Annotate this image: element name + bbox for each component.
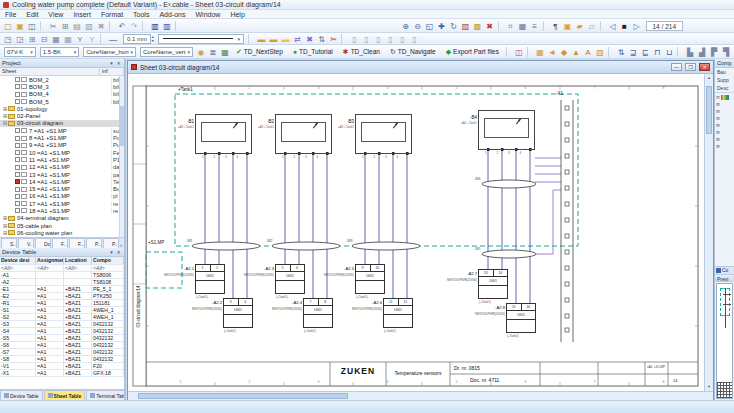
tree-checkbox[interactable] (15, 84, 20, 89)
preview-thumbnail[interactable] (716, 283, 733, 400)
open-icon[interactable]: ▣ (14, 20, 26, 31)
net-move-icon[interactable]: ⇅ (315, 33, 327, 44)
tree-checkbox[interactable] (15, 201, 20, 206)
td-button[interactable]: ●TD_Tutorial (288, 46, 338, 58)
sheet1-icon[interactable]: ▯ (348, 33, 360, 44)
table-tab[interactable]: Sheet Table (44, 390, 86, 400)
wire-type-select[interactable]: 1.5-BK (40, 47, 79, 57)
menu-item[interactable]: Insert (68, 11, 96, 18)
panel-tab[interactable]: P... (103, 238, 119, 248)
connector-symbol[interactable]: -A2.8 NEST03-PWR(24V00) 1516 LV01 (+Tank… (506, 303, 536, 333)
canvas-horizontal-scrollbar[interactable] (128, 391, 713, 400)
restore-button[interactable]: ❐ (685, 63, 696, 71)
tree-col-sheet[interactable]: Sheet (0, 68, 100, 75)
pen-gray-icon[interactable]: ▱ (586, 20, 598, 31)
table-tab[interactable]: Terminal Table (86, 390, 124, 400)
tree-item[interactable]: BOM_3 bill (0, 83, 124, 90)
tree-checkbox[interactable] (15, 136, 20, 141)
tree-item[interactable]: 15 =A1 +S1.MP Bu (0, 185, 124, 192)
stop-icon[interactable]: ■ (619, 20, 631, 31)
table-row[interactable]: -S6 =A1 +BAZ1 0432132 (0, 342, 124, 349)
blue2-icon[interactable]: ⊒ (627, 46, 639, 57)
tree-item[interactable]: ⊞ 05-cable plan (0, 222, 124, 229)
close-button[interactable]: ✕ (699, 63, 710, 71)
panel-pin-icon[interactable]: ▾ (108, 60, 115, 66)
tree-checkbox[interactable] (15, 179, 20, 184)
line-width-control[interactable]: 0.1 mm ▲▼ (121, 34, 154, 44)
tree-item[interactable]: 13 =A1 +S1.MP pa (0, 171, 124, 178)
paste-icon[interactable]: ▤ (71, 20, 83, 31)
tree-item[interactable]: ⊞ 02-Panel (0, 112, 124, 119)
next-sheet-icon[interactable]: ▷ (631, 20, 643, 31)
refresh-icon[interactable]: ↻ (448, 20, 460, 31)
prev-sheet-icon[interactable]: ◁ (607, 20, 619, 31)
td-button[interactable]: ✱TD_Clean (338, 46, 385, 58)
device-symbol[interactable]: -B4 =A1 +Tank1 1 2 3 4 (478, 110, 535, 150)
pen-orange-icon[interactable]: ▰ (574, 20, 586, 31)
bus2-icon[interactable]: ▦ (62, 33, 74, 44)
tree-item[interactable]: ⊞ 06-cooling water plan (0, 229, 124, 236)
table-row[interactable]: -E1 =A1 +BAZ1 PE_5_1 (0, 286, 124, 293)
net-swap-icon[interactable]: ⇄ (291, 33, 303, 44)
table-row[interactable]: -X1 =A1 +BAZ1 GFX.18 (0, 370, 124, 377)
connector-symbol[interactable]: -A2.4 NEST03-PWR(24V00) 78 LV01 (+Tank1) (303, 298, 333, 328)
table-row[interactable]: -E2 =A1 +BAZ1 PTK250 (0, 293, 124, 300)
tree-checkbox[interactable] (15, 172, 20, 177)
tree-item[interactable]: 14 =A1 +S1.MP Te (0, 178, 124, 185)
line-width-value[interactable]: 0.1 mm (123, 34, 151, 44)
wire-orange-icon[interactable]: ▬ (255, 33, 267, 44)
td-button[interactable]: ✔TD_NextStep (231, 46, 288, 58)
gray2-icon[interactable]: ▟ (696, 46, 708, 57)
gray4-icon[interactable]: ▜ (720, 46, 732, 57)
net-cross-icon[interactable]: ✖ (303, 33, 315, 44)
tree-checkbox[interactable] (15, 208, 20, 213)
device-table-col[interactable]: Compo (92, 257, 124, 264)
pilcrow-icon[interactable]: ¶ (550, 20, 562, 31)
device-table-col[interactable]: Assignment (36, 257, 64, 264)
blue4-icon[interactable]: ⊓ (651, 46, 663, 57)
tree-item[interactable]: BOM_4 bill (0, 91, 124, 98)
gray1-icon[interactable]: ▙ (684, 46, 696, 57)
sheet2-icon[interactable]: ▯ (360, 33, 372, 44)
panel-tab[interactable]: V... (18, 238, 34, 248)
td-button[interactable]: ↻TD_Navigate (385, 46, 441, 58)
tree-checkbox[interactable] (15, 128, 20, 133)
tree-item[interactable]: 17 =A1 +S1.MP re (0, 200, 124, 207)
core-name-vert-select[interactable]: CoreName_vert (140, 47, 193, 57)
minimize-button[interactable]: — (671, 63, 682, 71)
td-button[interactable]: ◆Export Part files (441, 46, 504, 58)
panel-tab[interactable]: Do... (35, 238, 51, 248)
tree-checkbox[interactable] (15, 165, 20, 170)
canvas-vertical-scrollbar[interactable]: ▲▼ (704, 74, 713, 391)
component-panel-tab[interactable]: Co (715, 266, 734, 274)
table-row[interactable]: -A2 TS8108 (0, 279, 124, 286)
device-table-filter[interactable]: <All> (92, 265, 124, 271)
delete-icon[interactable]: ✖ (95, 20, 107, 31)
tree-item[interactable]: 11 =A1 +S1.MP P1 (0, 156, 124, 163)
marker-icon[interactable]: ✖ (484, 20, 496, 31)
device-table-col[interactable]: Device desi (0, 257, 36, 264)
tree-checkbox[interactable] (15, 99, 20, 104)
menu-item[interactable]: Help (225, 11, 249, 18)
wire-group-select[interactable]: 07V-K (4, 47, 36, 57)
tree-item[interactable]: 12 =A1 +S1.MP da (0, 164, 124, 171)
tree-checkbox[interactable] (15, 143, 20, 148)
device-table-col[interactable]: Location (64, 257, 92, 264)
line-dash-icon[interactable]: — (107, 33, 119, 44)
table-row[interactable]: -S5 =A1 +BAZ1 0432132 (0, 335, 124, 342)
format-paint-icon[interactable]: ▧ (83, 20, 95, 31)
zoom-in-icon[interactable]: ⊕ (400, 20, 412, 31)
connect2-icon[interactable]: ◲ (14, 33, 26, 44)
connector-symbol[interactable]: -A2.6 NEST03-PWR(24V00) 1112 LV01 (+Tank… (383, 298, 413, 328)
cut-red-icon[interactable]: ✂ (327, 33, 339, 44)
connector-symbol[interactable]: -A2.5 NEST03-PWR(24V00) 910 LV01 (+Tank1… (355, 264, 385, 294)
connector-symbol[interactable]: -A2.3 NEST03-PWR(24V00) 56 LV01 (+Tank1) (275, 264, 305, 294)
zoom-fit-icon[interactable]: ◱ (424, 20, 436, 31)
tree-checkbox[interactable] (15, 92, 20, 97)
zoom-out-icon[interactable]: ⊖ (412, 20, 424, 31)
device-table-filter[interactable]: <All> (64, 265, 92, 271)
panel-tab[interactable]: P... (86, 238, 102, 248)
wire-orange2-icon[interactable]: ▬ (267, 33, 279, 44)
sheet4-icon[interactable]: ▯ (384, 33, 396, 44)
menu-item[interactable]: File (0, 11, 21, 18)
